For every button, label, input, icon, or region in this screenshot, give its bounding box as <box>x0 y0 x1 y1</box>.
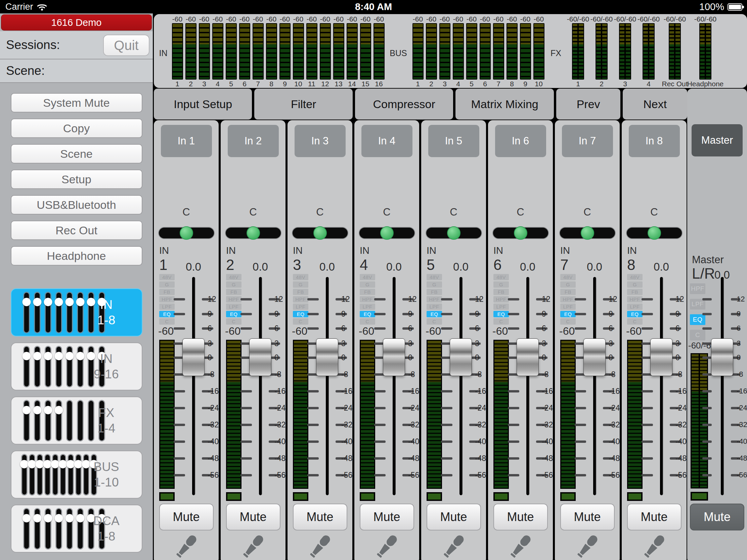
menu-button-headphone[interactable]: Headphone <box>11 246 143 266</box>
channel-select-button[interactable]: In 7 <box>562 125 613 157</box>
fader-track[interactable] <box>660 277 663 495</box>
fader-track[interactable] <box>393 277 396 495</box>
pan-slider[interactable] <box>158 227 215 239</box>
indicator-lpf: LPF <box>360 303 375 310</box>
tab-next[interactable]: Next <box>623 89 687 119</box>
fader-knob[interactable] <box>650 339 672 376</box>
pan-slider[interactable] <box>359 227 415 239</box>
bridge-meter-peak-label: -60 <box>493 15 504 23</box>
pan-knob[interactable] <box>247 226 260 240</box>
menu-button-scene[interactable]: Scene <box>11 144 143 163</box>
meter-segments-low <box>692 392 699 487</box>
pan-knob[interactable] <box>581 226 594 240</box>
menu-button-rec-out[interactable]: Rec Out <box>11 220 143 240</box>
fader-tick <box>240 313 252 315</box>
pan-knob[interactable] <box>380 226 394 240</box>
pan-slider[interactable] <box>426 227 482 239</box>
bank-in-1-8[interactable]: IN1-8 <box>11 288 143 337</box>
tab-compressor[interactable]: Compressor <box>355 89 453 119</box>
pan-slider[interactable] <box>626 227 682 239</box>
bridge-meter-number: 6 <box>242 80 247 88</box>
channel-select-button[interactable]: In 6 <box>495 125 546 157</box>
level-meter <box>520 23 531 80</box>
mute-button[interactable]: Mute <box>493 504 548 530</box>
menu-button-setup[interactable]: Setup <box>11 169 143 189</box>
mute-button[interactable]: Mute <box>159 504 214 530</box>
mute-button[interactable]: Mute <box>427 504 481 530</box>
menu-button-copy[interactable]: Copy <box>11 118 143 138</box>
mute-button[interactable]: Mute <box>226 504 280 530</box>
fader-knob[interactable] <box>584 339 606 376</box>
pan-value-label: C <box>354 206 419 218</box>
menu-button-system-mute[interactable]: System Mute <box>11 93 143 112</box>
fader-knob[interactable] <box>182 339 205 376</box>
bridge-meter-peak-label: -60 <box>360 15 370 23</box>
mute-button[interactable]: Mute <box>293 504 347 530</box>
tab-matrix-mixing[interactable]: Matrix Mixing <box>456 89 553 119</box>
fader-track[interactable] <box>326 277 329 495</box>
menu-button-usb-bluetooth[interactable]: USB&Bluetooth <box>11 195 143 215</box>
bridge-meter-in-2: -602 <box>184 15 198 88</box>
tab-filter[interactable]: Filter <box>254 89 352 119</box>
level-meter <box>480 23 491 80</box>
mini-fader-knob <box>65 514 74 523</box>
session-banner[interactable]: 1616 Demo <box>1 15 152 31</box>
fader-track[interactable] <box>593 277 596 495</box>
fader-track[interactable] <box>192 277 195 495</box>
pan-slider[interactable] <box>225 227 281 239</box>
bank-in-9-16[interactable]: IN9-16 <box>11 342 143 391</box>
fader-knob[interactable] <box>711 339 733 376</box>
bank-bus-1-10[interactable]: BUS1-10 <box>11 451 143 499</box>
channel-select-button[interactable]: In 4 <box>361 125 412 157</box>
channel-select-button[interactable]: In 1 <box>161 125 212 157</box>
pan-knob[interactable] <box>313 226 327 240</box>
fader-scale-label: 3 <box>208 340 212 347</box>
carrier-label: Carrier <box>5 2 33 12</box>
pan-knob[interactable] <box>180 226 193 240</box>
fader-knob[interactable] <box>383 339 405 376</box>
quit-button[interactable]: Quit <box>103 34 150 56</box>
fader-tick <box>642 441 653 443</box>
level-meter <box>172 23 183 80</box>
fader-tick <box>174 457 185 460</box>
channel-select-button[interactable]: In 2 <box>228 125 279 157</box>
fader-track[interactable] <box>460 277 463 495</box>
pan-knob[interactable] <box>447 226 461 240</box>
fader-track[interactable] <box>259 277 262 495</box>
bank-label: DCA1-8 <box>78 513 135 544</box>
master-select-button[interactable]: Master <box>692 124 743 156</box>
channel-select-button[interactable]: In 3 <box>294 125 345 157</box>
fader-track[interactable] <box>721 277 724 495</box>
fader-knob[interactable] <box>249 339 272 376</box>
channel-select-button[interactable]: In 8 <box>629 125 680 157</box>
level-meter <box>320 23 331 80</box>
fader-track[interactable] <box>526 277 529 495</box>
pan-slider[interactable] <box>559 227 616 239</box>
fader-knob[interactable] <box>316 339 338 376</box>
indicator-48v: 48V <box>159 274 175 280</box>
tab-input-setup[interactable]: Input Setup <box>154 89 252 119</box>
mute-button[interactable]: Mute <box>560 504 615 530</box>
mute-button[interactable]: Mute <box>690 504 744 530</box>
fader-knob[interactable] <box>517 339 539 376</box>
pan-value-label: C <box>555 206 620 218</box>
channel-select-button[interactable]: In 5 <box>428 125 479 157</box>
mini-fader-knob <box>44 352 52 360</box>
pan-knob[interactable] <box>514 226 527 240</box>
fader-knob[interactable] <box>450 339 472 376</box>
fader-tick <box>174 474 185 476</box>
fader-scale-label: -40 <box>542 438 553 446</box>
fader-tick <box>174 424 185 426</box>
indicator-hpf: HPF <box>690 283 705 294</box>
bank-dca-1-8[interactable]: DCA1-8 <box>11 505 143 553</box>
pan-knob[interactable] <box>648 226 661 240</box>
mute-button[interactable]: Mute <box>360 504 414 530</box>
mute-button[interactable]: Mute <box>627 504 681 530</box>
pan-slider[interactable] <box>492 227 549 239</box>
indicator-lpf: LPF <box>493 303 509 310</box>
pan-slider[interactable] <box>292 227 348 239</box>
meter-segments-low <box>675 44 680 79</box>
bank-fx-1-4[interactable]: FX1-4 <box>11 397 143 445</box>
fader-tick <box>240 327 252 330</box>
tab-prev[interactable]: Prev <box>556 89 621 119</box>
